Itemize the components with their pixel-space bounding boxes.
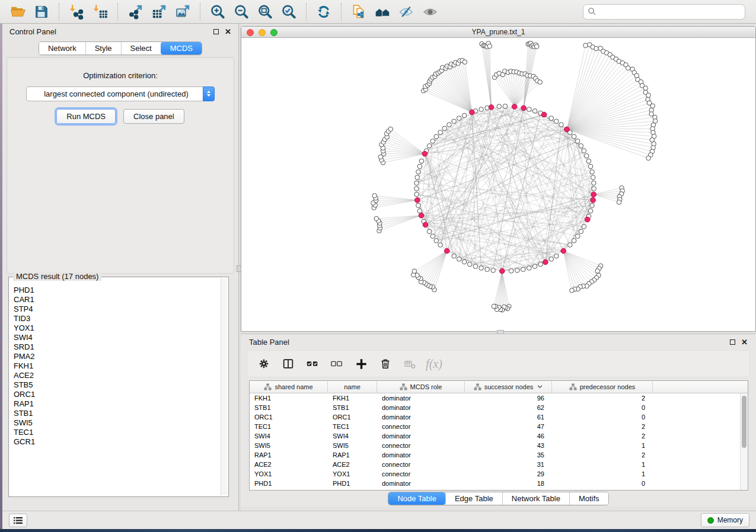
table-row[interactable]: TEC1TEC1connector472	[250, 422, 740, 431]
mcds-result-item[interactable]: ORC1	[14, 390, 216, 399]
maximize-window-icon[interactable]	[270, 29, 277, 36]
close-panel-icon[interactable]: ✕	[225, 28, 231, 36]
column-header-predecessor-nodes[interactable]: predecessor nodes	[552, 381, 653, 393]
table-cell: RAP1	[250, 451, 328, 459]
table-type-tabs: Node TableEdge TableNetwork TableMotifs	[241, 492, 756, 505]
table-cell: STB1	[328, 404, 377, 411]
zoom-fit-button[interactable]	[253, 2, 277, 22]
table-row[interactable]: RAP1RAP1dominator352	[250, 450, 740, 460]
tab-select[interactable]: Select	[121, 42, 161, 55]
open-file-button[interactable]	[6, 2, 30, 22]
mcds-result-item[interactable]: GCR1	[14, 437, 216, 447]
mcds-result-item[interactable]: ACE2	[14, 371, 216, 380]
tab-mcds[interactable]: MCDS	[161, 42, 202, 55]
show-columns-button[interactable]	[279, 354, 298, 373]
network-graph[interactable]	[241, 39, 755, 331]
hide-selected-button[interactable]	[394, 2, 418, 22]
export-image-button[interactable]	[171, 2, 194, 22]
tab-node-table[interactable]: Node Table	[388, 492, 445, 505]
select-all-button[interactable]	[303, 354, 322, 373]
column-header-name[interactable]: name	[328, 381, 377, 393]
mcds-result-item[interactable]: PMA2	[14, 352, 216, 361]
tab-edge-table[interactable]: Edge Table	[445, 492, 502, 505]
table-row[interactable]: YOX1YOX1connector291	[250, 469, 740, 479]
mcds-result-item[interactable]: SWI4	[14, 333, 216, 342]
column-namespace-icon	[474, 383, 481, 390]
application-window: Control Panel ✕ NetworkStyleSelectMCDS O…	[0, 0, 756, 532]
minimize-window-icon[interactable]	[259, 29, 266, 36]
column-header-successor-nodes[interactable]: successor nodes	[465, 381, 552, 393]
tab-motifs[interactable]: Motifs	[569, 492, 608, 505]
mcds-result-item[interactable]: CAR1	[14, 295, 216, 305]
table-row[interactable]: PHD1PHD1dominator180	[250, 479, 740, 488]
task-history-button[interactable]	[9, 514, 27, 527]
tab-network[interactable]: Network	[39, 42, 85, 55]
memory-button[interactable]: Memory	[701, 513, 749, 527]
mcds-result-item[interactable]: PHD1	[14, 286, 216, 295]
delete-table-icon	[403, 357, 417, 371]
close-panel-icon[interactable]: ✕	[741, 338, 748, 346]
zoom-selected-button[interactable]	[277, 2, 301, 22]
run-mcds-button[interactable]: Run MCDS	[56, 109, 116, 124]
search-input[interactable]	[599, 7, 741, 16]
table-panel-titlebar: Table Panel ✕	[241, 334, 756, 350]
table-scrollbar[interactable]	[740, 393, 748, 490]
table-cell: dominator	[377, 480, 465, 487]
table-cell: 2	[552, 451, 653, 459]
import-table-button[interactable]	[88, 2, 112, 22]
table-row[interactable]: SWI5SWI5connector431	[250, 441, 740, 450]
table-settings-button[interactable]	[254, 354, 273, 373]
search-field[interactable]	[583, 4, 745, 20]
table-cell: 61	[465, 414, 552, 421]
mcds-result-item[interactable]: FKH1	[14, 361, 216, 371]
mcds-result-item[interactable]: RAP1	[14, 399, 216, 409]
export-table-button[interactable]	[147, 2, 171, 22]
toolbar-separator	[306, 3, 307, 21]
mcds-result-item[interactable]: STB1	[14, 409, 216, 418]
table-cell: ORC1	[250, 414, 328, 421]
network-canvas[interactable]	[241, 39, 755, 331]
column-header-MCDS-role[interactable]: MCDS role	[377, 381, 465, 393]
mcds-list-scrollbar[interactable]	[221, 278, 227, 495]
table-cell: connector	[377, 461, 465, 468]
mcds-result-item[interactable]: SRD1	[14, 342, 216, 352]
show-all-button[interactable]	[418, 2, 442, 22]
delete-column-button[interactable]	[376, 354, 395, 373]
clone-network-button[interactable]	[347, 2, 371, 22]
column-namespace-icon	[264, 383, 272, 390]
deselect-all-button[interactable]	[327, 354, 346, 373]
import-network-button[interactable]	[65, 2, 88, 22]
table-cell: SWI4	[250, 432, 328, 440]
tab-network-table[interactable]: Network Table	[502, 492, 569, 505]
close-panel-button[interactable]: Close panel	[123, 109, 184, 124]
optimization-criterion-select[interactable]: largest connected component (undirected)	[26, 86, 215, 101]
zoom-in-button[interactable]	[206, 2, 229, 22]
apply-layout-button[interactable]	[312, 2, 336, 22]
first-neighbors-button[interactable]	[371, 2, 394, 22]
close-window-icon[interactable]	[247, 29, 254, 36]
table-row[interactable]: ACE2ACE2connector311	[250, 460, 740, 469]
column-namespace-icon	[400, 383, 407, 390]
tab-style[interactable]: Style	[85, 42, 121, 55]
scrollbar-thumb[interactable]	[742, 396, 747, 448]
float-panel-icon[interactable]	[730, 339, 735, 345]
checked-boxes-icon	[305, 357, 320, 370]
mcds-result-item[interactable]: STB5	[14, 380, 216, 390]
table-row[interactable]: STB1STB1dominator620	[250, 403, 740, 412]
table-row[interactable]: FKH1FKH1dominator962	[250, 393, 740, 403]
table-row[interactable]: ORC1ORC1dominator610	[250, 412, 740, 422]
export-network-button[interactable]	[123, 2, 147, 22]
mcds-result-item[interactable]: TEC1	[14, 428, 216, 437]
mcds-result-item[interactable]: SWI5	[14, 418, 216, 428]
mcds-result-item[interactable]: STP4	[14, 305, 216, 314]
mcds-result-item[interactable]: TID3	[14, 314, 216, 323]
create-column-button[interactable]	[352, 354, 371, 373]
network-window-titlebar[interactable]: YPA_prune.txt_1	[241, 27, 755, 38]
save-session-button[interactable]	[30, 2, 53, 22]
column-header-shared-name[interactable]: shared name	[250, 381, 328, 393]
zoom-out-button[interactable]	[229, 2, 253, 22]
mcds-result-item[interactable]: YOX1	[14, 323, 216, 333]
table-row[interactable]: SWI4SWI4dominator462	[250, 431, 740, 441]
network-view-window: YPA_prune.txt_1	[241, 26, 756, 332]
float-panel-icon[interactable]	[213, 29, 219, 34]
